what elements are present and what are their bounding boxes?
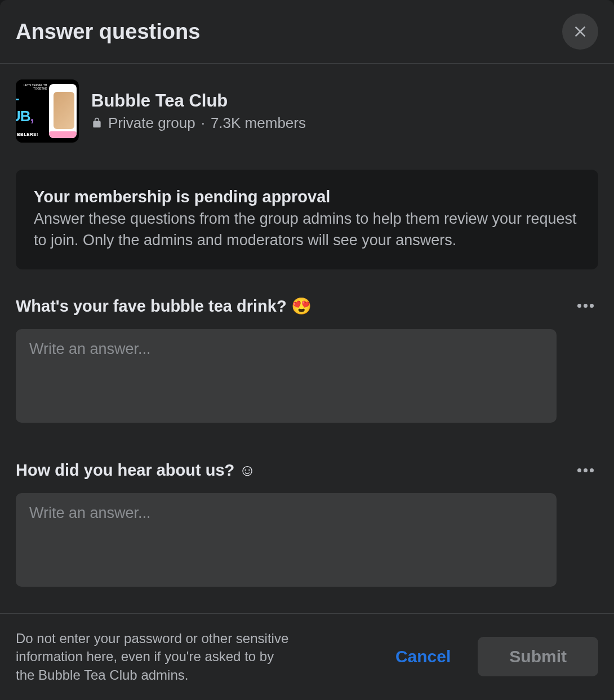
answer-input-2[interactable] <box>16 493 557 587</box>
lock-icon <box>91 117 103 129</box>
group-info: Bubble Tea Club Private group · 7.3K mem… <box>91 91 306 132</box>
answer-input-1[interactable] <box>16 329 557 423</box>
group-image: LET'S TRAVEL THTOGETHE TUB, BBLERS! <box>16 79 79 143</box>
group-meta: Private group · 7.3K members <box>91 114 306 132</box>
group-header: LET'S TRAVEL THTOGETHE TUB, BBLERS! Bubb… <box>16 79 598 143</box>
separator: · <box>201 114 205 132</box>
question-menu-button[interactable] <box>573 299 598 312</box>
question-block-1: What's your fave bubble tea drink? 😍 <box>16 296 598 425</box>
pending-approval-box: Your membership is pending approval Answ… <box>16 170 598 269</box>
dots-icon <box>577 304 581 308</box>
modal-header: Answer questions <box>0 0 614 64</box>
close-icon <box>571 23 589 41</box>
modal-footer: Do not enter your password or other sens… <box>0 613 614 700</box>
question-text: How did you hear about us? ☺ <box>16 461 256 480</box>
submit-button[interactable]: Submit <box>478 637 598 676</box>
question-header: What's your fave bubble tea drink? 😍 <box>16 296 598 316</box>
modal-title: Answer questions <box>16 20 200 44</box>
cancel-button[interactable]: Cancel <box>386 643 460 671</box>
group-privacy-label: Private group <box>108 114 195 132</box>
footer-warning: Do not enter your password or other sens… <box>16 630 292 684</box>
question-menu-button[interactable] <box>573 464 598 477</box>
question-header: How did you hear about us? ☺ <box>16 461 598 480</box>
dots-icon <box>577 468 581 472</box>
close-button[interactable] <box>562 14 598 50</box>
group-members-count: 7.3K members <box>211 114 306 132</box>
modal-content: LET'S TRAVEL THTOGETHE TUB, BBLERS! Bubb… <box>0 64 614 700</box>
footer-actions: Cancel Submit <box>386 637 598 676</box>
group-name: Bubble Tea Club <box>91 91 306 111</box>
pending-description: Answer these questions from the group ad… <box>34 209 580 251</box>
pending-title: Your membership is pending approval <box>34 188 580 206</box>
question-block-2: How did you hear about us? ☺ <box>16 461 598 589</box>
answer-questions-modal: Answer questions LET'S TRAVEL THTOGETHE … <box>0 0 614 700</box>
question-text: What's your fave bubble tea drink? 😍 <box>16 296 312 316</box>
